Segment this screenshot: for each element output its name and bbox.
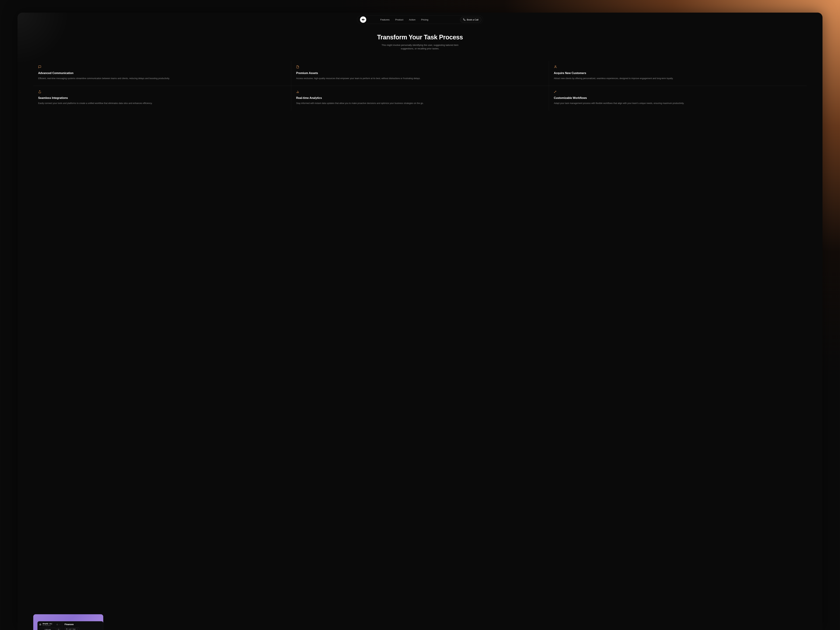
hero-subtitle: This might involve personally identifyin… — [382, 43, 458, 51]
logo-triangle-right-icon — [363, 19, 365, 21]
top-nav: Features Product Action Pricing Book a C… — [357, 16, 483, 24]
employee-count: 20 employees — [43, 625, 55, 626]
feature-desc: Efficient, real-time messaging systems s… — [38, 77, 286, 80]
nav-link-action[interactable]: Action — [409, 18, 415, 21]
hero-title: Transform Your Task Process — [25, 33, 815, 41]
feature-title: Seamless Integrations — [38, 96, 286, 99]
trend-icon — [554, 90, 557, 93]
feature-grid: Advanced Communication Efficient, real-t… — [33, 61, 807, 111]
book-call-button[interactable]: Book a Call — [460, 17, 482, 22]
brand-logo[interactable] — [360, 16, 366, 23]
cta-label: Book a Call — [467, 18, 478, 21]
chat-icon — [38, 65, 41, 68]
svg-rect-13 — [66, 628, 67, 630]
svg-point-6 — [554, 92, 554, 93]
app-window: Features Product Action Pricing Book a C… — [17, 13, 823, 630]
shopify-bag-icon — [39, 623, 41, 626]
nav-link-product[interactable]: Product — [395, 18, 403, 21]
search-icon — [58, 628, 60, 630]
dashboard-preview: Shopify Pro 20 employees + Add new — [33, 614, 103, 630]
feature-desc: Stay informed with instant data updates … — [296, 102, 544, 105]
feature-communication: Advanced Communication Efficient, real-t… — [33, 61, 291, 86]
share-icon — [38, 90, 41, 93]
calendar-icon — [66, 628, 68, 630]
bell-icon[interactable] — [56, 624, 58, 625]
section-title: Finances — [65, 623, 101, 625]
svg-point-8 — [59, 624, 59, 625]
feature-workflows: Customizable Workflows Adapt your task m… — [549, 86, 807, 111]
preview-main: Finances Last 7 days — [62, 621, 103, 630]
preview-app: Shopify Pro 20 employees + Add new — [38, 621, 103, 630]
feature-desc: Attract new clients by offering personal… — [554, 77, 802, 80]
feature-desc: Adapt your task management process with … — [554, 102, 802, 105]
phone-icon — [463, 18, 466, 21]
preview-sidebar: Shopify Pro 20 employees + Add new — [38, 621, 62, 630]
more-icon[interactable] — [59, 624, 60, 625]
nav-link-features[interactable]: Features — [380, 18, 390, 21]
chart-icon — [296, 90, 299, 93]
chevron-down-icon — [76, 628, 78, 630]
feature-title: Acquire New Customers — [554, 71, 802, 75]
add-new-button[interactable]: + Add new — [39, 628, 56, 630]
svg-point-10 — [60, 624, 60, 625]
feature-desc: Easily connect your tools and platforms … — [38, 102, 286, 105]
feature-integrations: Seamless Integrations Easily connect you… — [33, 86, 291, 111]
pro-badge: Pro — [49, 623, 52, 625]
svg-point-0 — [555, 66, 556, 67]
hero: Transform Your Task Process This might i… — [17, 33, 823, 51]
company-name: Shopify — [43, 623, 48, 625]
svg-point-11 — [58, 629, 59, 630]
user-icon — [554, 65, 557, 68]
nav-links: Features Product Action Pricing — [380, 18, 428, 21]
date-filter[interactable]: Last 7 days — [65, 628, 79, 630]
filter-label: Last 7 days — [68, 628, 76, 630]
feature-desc: Access exclusive, high-quality resources… — [296, 77, 544, 80]
feature-assets: Premium Assets Access exclusive, high-qu… — [291, 61, 549, 86]
feature-analytics: Real-time Analytics Stay informed with i… — [291, 86, 549, 111]
search-button[interactable] — [57, 628, 60, 630]
nav-link-pricing[interactable]: Pricing — [421, 18, 428, 21]
feature-title: Premium Assets — [296, 71, 544, 75]
feature-title: Real-time Analytics — [296, 96, 544, 99]
feature-title: Customizable Workflows — [554, 96, 802, 99]
feature-customers: Acquire New Customers Attract new client… — [549, 61, 807, 86]
document-icon — [296, 65, 299, 68]
logo-triangle-left-icon — [362, 19, 363, 21]
feature-title: Advanced Communication — [38, 71, 286, 75]
